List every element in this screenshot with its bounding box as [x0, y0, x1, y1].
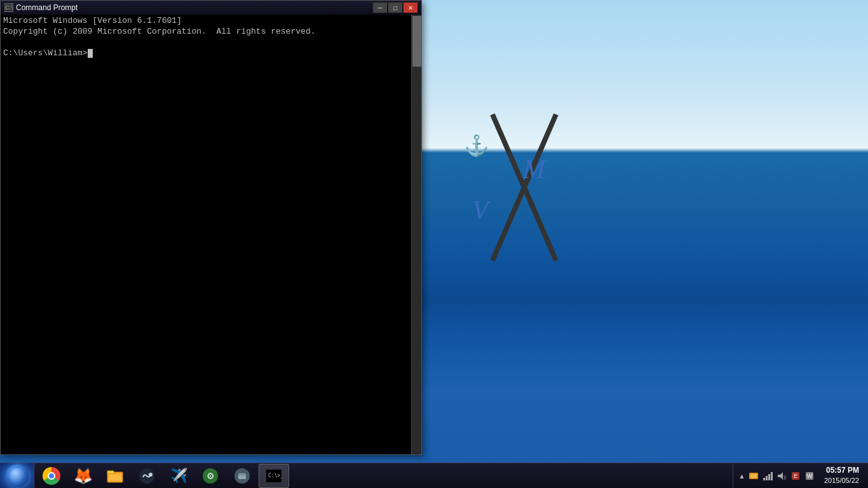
clock-time: 05:57 PM	[826, 465, 859, 476]
clock-area[interactable]: 05:57 PM 2015/05/22	[820, 465, 863, 485]
svg-rect-18	[750, 474, 757, 478]
svg-text:E: E	[794, 473, 797, 479]
tray-icon-4[interactable]: E	[790, 470, 801, 482]
explorer-icon	[105, 466, 125, 485]
svg-rect-20	[766, 476, 768, 480]
svg-text:V: V	[472, 196, 491, 225]
app6-icon: ⚙	[201, 466, 220, 485]
svg-rect-22	[771, 472, 773, 480]
svg-rect-13	[238, 473, 246, 479]
taskbar-tray: ▲	[733, 463, 868, 489]
steam-icon	[137, 466, 156, 485]
svg-rect-7	[109, 475, 121, 481]
maximize-button[interactable]: □	[388, 3, 402, 13]
taskbar-apps: 🦊	[34, 463, 733, 489]
tray-expand-arrow[interactable]: ▲	[738, 472, 745, 480]
taskbar-app-directx[interactable]: ✈️	[163, 464, 194, 488]
cmd-window: C:\ Command Prompt ─ □ ✕ Microsoft Windo…	[0, 0, 422, 455]
cmd-window-icon: C:\	[4, 3, 13, 12]
start-orb-inner	[10, 468, 25, 484]
desktop-logo: ⚓ M V	[429, 102, 569, 273]
taskbar-app-steam[interactable]	[132, 464, 162, 488]
svg-marker-23	[778, 472, 783, 480]
taskbar-app-explorer[interactable]	[100, 464, 130, 488]
cmd-window-title: Command Prompt	[16, 3, 373, 12]
svg-text:)))): ))))	[783, 475, 787, 480]
svg-text:C:\>_: C:\>_	[268, 473, 283, 478]
start-orb	[6, 464, 29, 487]
tray-icon-5[interactable]: W	[804, 470, 815, 482]
cmd-icon: C:\>_	[264, 466, 283, 485]
cmd-prompt: C:\Users\William>	[3, 48, 88, 58]
airplane-icon: ✈️	[169, 466, 188, 485]
svg-rect-19	[763, 478, 765, 480]
tray-icon-network[interactable]	[762, 470, 773, 482]
app7-icon	[233, 466, 252, 485]
taskbar-app-7[interactable]	[227, 464, 257, 488]
scrollbar-thumb[interactable]	[412, 16, 421, 67]
taskbar-app-chrome[interactable]	[36, 464, 67, 488]
tray-icons: )))) E W	[748, 470, 815, 482]
cmd-line1: Microsoft Windows [Version 6.1.7601]	[3, 16, 182, 25]
svg-rect-6	[107, 471, 114, 473]
tray-icon-volume[interactable]: ))))	[776, 470, 787, 482]
desktop: ⚓ M V C:\ Command Prompt ─ □ ✕ Microsoft…	[0, 0, 868, 488]
taskbar-app-firefox[interactable]: 🦊	[68, 464, 98, 488]
cmd-cursor	[88, 49, 93, 58]
svg-text:W: W	[807, 473, 813, 479]
taskbar: 🦊	[0, 463, 868, 488]
svg-point-9	[149, 473, 153, 477]
close-button[interactable]: ✕	[403, 3, 417, 13]
cmd-output[interactable]: Microsoft Windows [Version 6.1.7601] Cop…	[1, 15, 411, 454]
cmd-scrollbar[interactable]	[411, 15, 421, 454]
svg-text:⚙: ⚙	[207, 471, 215, 481]
firefox-icon: 🦊	[74, 466, 93, 485]
tray-icon-1[interactable]	[748, 470, 759, 482]
clock-date: 2015/05/22	[824, 476, 859, 485]
taskbar-app-cmd[interactable]: C:\>_	[259, 464, 289, 488]
cmd-titlebar[interactable]: C:\ Command Prompt ─ □ ✕	[1, 1, 421, 15]
taskbar-app-6[interactable]: ⚙	[195, 464, 226, 488]
cmd-body[interactable]: Microsoft Windows [Version 6.1.7601] Cop…	[1, 15, 421, 454]
svg-text:M: M	[522, 154, 546, 184]
minimize-button[interactable]: ─	[373, 3, 387, 13]
cmd-line2: Copyright (c) 2009 Microsoft Corporation…	[3, 27, 315, 36]
chrome-icon	[42, 466, 61, 485]
svg-rect-21	[768, 474, 770, 480]
cmd-window-controls: ─ □ ✕	[373, 3, 417, 13]
start-button[interactable]	[0, 463, 34, 489]
svg-text:⚓: ⚓	[464, 133, 489, 158]
